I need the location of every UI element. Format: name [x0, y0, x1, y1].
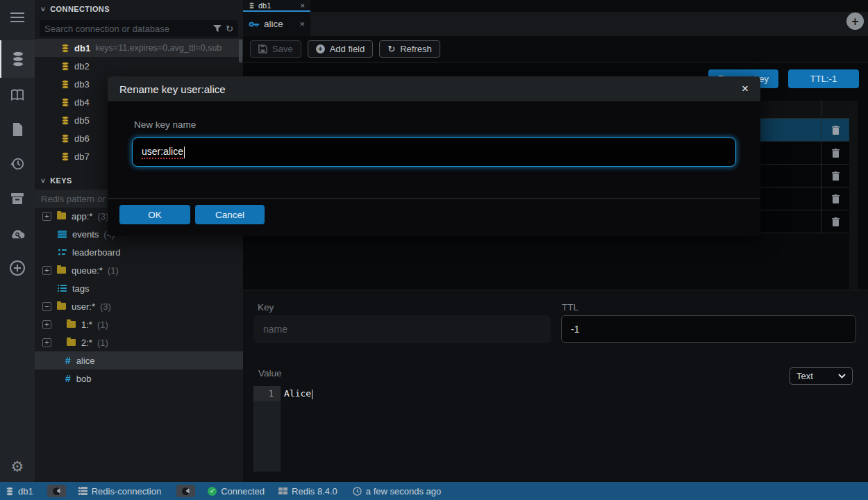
status-updated: a few seconds ago — [353, 486, 441, 497]
connections-header-label: CONNECTIONS — [50, 5, 110, 13]
tab-label: alice — [264, 19, 283, 29]
database-icon — [249, 2, 255, 9]
history-nav-button[interactable] — [0, 147, 35, 181]
plus-circle-icon: + — [316, 44, 325, 53]
tree-count: (3) — [97, 211, 108, 222]
log-nav-button[interactable] — [0, 112, 35, 147]
add-field-button[interactable]: + Add field — [308, 40, 374, 58]
tree-count: (1) — [97, 319, 108, 330]
close-icon[interactable]: × — [742, 82, 749, 96]
status-version-label: Redis 8.4.0 — [292, 486, 337, 497]
new-key-name-label: New key name — [134, 119, 196, 130]
expand-icon[interactable]: + — [42, 320, 51, 329]
table-scrollbar[interactable] — [849, 101, 858, 299]
db-usage-badge[interactable] — [47, 485, 66, 497]
key-icon — [249, 20, 260, 28]
archive-nav-button[interactable] — [0, 181, 35, 216]
database-icon — [61, 152, 69, 161]
tree-key-leaderboard[interactable]: leaderboard — [35, 243, 243, 261]
refresh-button[interactable]: ↻ Refresh — [379, 40, 440, 58]
tree-folder-user[interactable]: − user:* (3) — [35, 297, 243, 315]
new-key-name-input[interactable]: user:alice — [132, 138, 736, 167]
trash-icon[interactable] — [832, 217, 840, 226]
expand-icon[interactable]: + — [42, 212, 51, 221]
tree-key-tags[interactable]: tags — [35, 279, 243, 297]
db-row-db1[interactable]: db1 keys=11,expires=0,avg_ttl=0,sub — [35, 39, 243, 57]
connection-search: ↻ — [40, 20, 238, 37]
text-cursor — [184, 147, 185, 158]
key-field-input[interactable] — [253, 315, 551, 343]
ttl-field-input[interactable] — [562, 316, 856, 342]
tree-label: events — [72, 229, 99, 240]
collapse-icon[interactable]: − — [42, 302, 51, 311]
pie-icon — [53, 488, 60, 495]
check-circle-icon: ✓ — [208, 487, 217, 496]
new-connection-button[interactable] — [0, 251, 35, 285]
field-editor: Key TTL Value Text 1 Alice — [243, 290, 868, 482]
text-cursor — [312, 390, 312, 399]
connections-panel: ˅ CONNECTIONS ↻ db1 keys=11,expires=0,av… — [35, 0, 243, 482]
db-name: db2 — [74, 61, 90, 72]
trash-icon[interactable] — [832, 194, 840, 203]
db-row-db2[interactable]: db2 — [35, 57, 243, 75]
db-name: db5 — [74, 115, 90, 126]
tree-folder-queue[interactable]: + queue:* (1) — [35, 261, 243, 279]
value-format-selected: Text — [796, 371, 813, 381]
icon-rail: ⚙ — [0, 0, 35, 482]
tree-key-bob[interactable]: # bob — [35, 369, 243, 388]
trash-icon[interactable] — [832, 126, 840, 135]
tab-db1[interactable]: db1 × — [243, 0, 310, 12]
ok-button[interactable]: OK — [119, 205, 190, 224]
value-editor[interactable]: 1 Alice — [253, 386, 858, 472]
menu-button[interactable] — [0, 0, 35, 35]
refresh-label: Refresh — [400, 44, 432, 54]
folder-icon — [67, 339, 76, 346]
cloud-search-nav-button[interactable] — [0, 216, 35, 251]
modal-footer: OK Cancel — [108, 198, 760, 236]
settings-button[interactable]: ⚙ — [0, 449, 35, 484]
refresh-connections-icon[interactable]: ↻ — [226, 24, 233, 34]
tree-count: (1) — [97, 338, 108, 348]
add-field-label: Add field — [330, 44, 365, 54]
app-window: ⚙ ˅ CONNECTIONS ↻ db1 keys=11,expires=0,… — [0, 0, 868, 500]
status-db: db1 — [6, 486, 33, 497]
memory-usage-badge[interactable] — [176, 485, 195, 497]
close-tab-icon[interactable]: × — [299, 19, 305, 29]
tree-label: alice — [76, 356, 95, 366]
docs-nav-button[interactable] — [0, 78, 35, 112]
new-tab-button[interactable]: + — [846, 12, 864, 30]
save-button[interactable]: Save — [250, 40, 301, 58]
expand-icon[interactable]: + — [42, 338, 51, 347]
tree-label: 2:* — [81, 338, 92, 348]
tree-key-alice[interactable]: # alice — [35, 351, 243, 369]
filter-icon[interactable] — [213, 25, 222, 33]
key-field — [253, 315, 551, 343]
connection-search-input[interactable] — [44, 24, 209, 34]
rename-key-modal: Rename key user:alice × New key name use… — [108, 76, 760, 236]
value-format-select[interactable]: Text — [790, 367, 853, 385]
tree-label: user:* — [72, 301, 95, 312]
close-tab-icon[interactable]: × — [301, 1, 305, 10]
tree-folder-user-1[interactable]: + 1:* (1) — [35, 315, 243, 333]
status-updated-label: a few seconds ago — [366, 486, 441, 497]
editor-content[interactable]: Alice — [284, 386, 312, 401]
tab-alice[interactable]: alice × — [243, 12, 310, 36]
database-icon — [61, 44, 69, 53]
connections-scrollbar[interactable] — [239, 40, 242, 62]
value-label: Value — [258, 368, 282, 378]
trash-icon[interactable] — [832, 149, 840, 158]
key-field-label: Key — [258, 302, 274, 312]
folder-icon — [57, 212, 66, 219]
cancel-button[interactable]: Cancel — [195, 205, 265, 224]
connections-header[interactable]: ˅ CONNECTIONS — [35, 0, 243, 18]
ttl-button[interactable]: TTL:-1 — [788, 69, 859, 88]
db-name: db3 — [74, 79, 90, 90]
tree-label: tags — [72, 283, 90, 294]
trash-icon[interactable] — [832, 172, 840, 181]
tree-folder-user-2[interactable]: + 2:* (1) — [35, 333, 243, 351]
status-bar: db1 Redis-connection ✓ Connected Redis 8… — [0, 482, 868, 500]
archive-box-icon — [10, 192, 24, 206]
expand-icon[interactable]: + — [42, 266, 51, 275]
database-icon — [61, 62, 69, 71]
databases-nav-button[interactable] — [0, 40, 35, 78]
